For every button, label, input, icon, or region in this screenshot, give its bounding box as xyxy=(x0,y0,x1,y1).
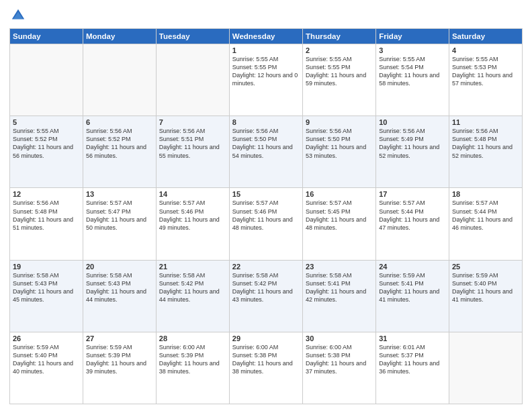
calendar-cell: 20Sunrise: 5:58 AMSunset: 5:43 PMDayligh… xyxy=(83,260,156,332)
day-info: Sunrise: 5:58 AMSunset: 5:43 PMDaylight:… xyxy=(86,271,153,304)
weekday-header-tuesday: Tuesday xyxy=(156,29,229,44)
day-number: 22 xyxy=(232,263,300,271)
day-number: 4 xyxy=(452,46,519,54)
calendar-cell: 14Sunrise: 5:57 AMSunset: 5:46 PMDayligh… xyxy=(156,188,229,260)
calendar-cell: 23Sunrise: 5:58 AMSunset: 5:41 PMDayligh… xyxy=(303,260,376,332)
day-info: Sunrise: 5:55 AMSunset: 5:55 PMDaylight:… xyxy=(232,55,300,88)
calendar-cell: 26Sunrise: 5:59 AMSunset: 5:40 PMDayligh… xyxy=(10,332,83,404)
day-number: 1 xyxy=(232,46,300,54)
weekday-header-wednesday: Wednesday xyxy=(229,29,302,44)
calendar-cell: 22Sunrise: 5:58 AMSunset: 5:42 PMDayligh… xyxy=(229,260,302,332)
day-info: Sunrise: 5:58 AMSunset: 5:41 PMDaylight:… xyxy=(306,271,373,304)
calendar-cell: 15Sunrise: 5:57 AMSunset: 5:46 PMDayligh… xyxy=(229,188,302,260)
calendar-cell: 24Sunrise: 5:59 AMSunset: 5:41 PMDayligh… xyxy=(376,260,449,332)
calendar-cell: 28Sunrise: 6:00 AMSunset: 5:39 PMDayligh… xyxy=(156,332,229,404)
calendar-cell: 19Sunrise: 5:58 AMSunset: 5:43 PMDayligh… xyxy=(10,260,83,332)
day-info: Sunrise: 5:55 AMSunset: 5:52 PMDaylight:… xyxy=(13,127,80,160)
day-info: Sunrise: 6:01 AMSunset: 5:37 PMDaylight:… xyxy=(379,343,446,376)
day-number: 3 xyxy=(379,46,446,54)
calendar-cell: 1Sunrise: 5:55 AMSunset: 5:55 PMDaylight… xyxy=(229,44,302,116)
day-info: Sunrise: 5:55 AMSunset: 5:55 PMDaylight:… xyxy=(306,55,373,88)
day-info: Sunrise: 5:55 AMSunset: 5:54 PMDaylight:… xyxy=(379,55,446,88)
calendar-cell: 29Sunrise: 6:00 AMSunset: 5:38 PMDayligh… xyxy=(229,332,302,404)
calendar-cell: 8Sunrise: 5:56 AMSunset: 5:50 PMDaylight… xyxy=(229,116,302,188)
calendar-cell: 18Sunrise: 5:57 AMSunset: 5:44 PMDayligh… xyxy=(449,188,522,260)
calendar-cell xyxy=(449,332,522,404)
day-info: Sunrise: 5:56 AMSunset: 5:49 PMDaylight:… xyxy=(379,127,446,160)
day-info: Sunrise: 5:56 AMSunset: 5:50 PMDaylight:… xyxy=(232,127,300,160)
day-number: 16 xyxy=(306,190,373,198)
day-number: 6 xyxy=(86,118,153,126)
calendar-table: SundayMondayTuesdayWednesdayThursdayFrid… xyxy=(9,28,523,404)
calendar-cell: 2Sunrise: 5:55 AMSunset: 5:55 PMDaylight… xyxy=(303,44,376,116)
day-info: Sunrise: 5:59 AMSunset: 5:40 PMDaylight:… xyxy=(13,343,80,376)
day-number: 19 xyxy=(13,263,80,271)
calendar-cell: 13Sunrise: 5:57 AMSunset: 5:47 PMDayligh… xyxy=(83,188,156,260)
day-info: Sunrise: 5:59 AMSunset: 5:41 PMDaylight:… xyxy=(379,271,446,304)
calendar-week-1: 1Sunrise: 5:55 AMSunset: 5:55 PMDaylight… xyxy=(10,44,523,116)
day-number: 31 xyxy=(379,334,446,342)
day-number: 30 xyxy=(306,334,373,342)
day-info: Sunrise: 5:57 AMSunset: 5:47 PMDaylight:… xyxy=(86,199,153,232)
day-number: 20 xyxy=(86,263,153,271)
day-number: 21 xyxy=(159,263,226,271)
weekday-header-saturday: Saturday xyxy=(449,29,522,44)
day-info: Sunrise: 5:57 AMSunset: 5:44 PMDaylight:… xyxy=(379,199,446,232)
day-number: 13 xyxy=(86,190,153,198)
calendar-cell: 7Sunrise: 5:56 AMSunset: 5:51 PMDaylight… xyxy=(156,116,229,188)
calendar-week-3: 12Sunrise: 5:56 AMSunset: 5:48 PMDayligh… xyxy=(10,188,523,260)
day-number: 12 xyxy=(13,190,80,198)
calendar-cell: 17Sunrise: 5:57 AMSunset: 5:44 PMDayligh… xyxy=(376,188,449,260)
calendar-cell xyxy=(156,44,229,116)
calendar-cell: 12Sunrise: 5:56 AMSunset: 5:48 PMDayligh… xyxy=(10,188,83,260)
day-number: 5 xyxy=(13,118,80,126)
calendar-cell: 16Sunrise: 5:57 AMSunset: 5:45 PMDayligh… xyxy=(303,188,376,260)
day-info: Sunrise: 5:57 AMSunset: 5:45 PMDaylight:… xyxy=(306,199,373,232)
day-info: Sunrise: 6:00 AMSunset: 5:38 PMDaylight:… xyxy=(306,343,373,376)
day-number: 28 xyxy=(159,334,226,342)
calendar-cell xyxy=(83,44,156,116)
calendar-week-4: 19Sunrise: 5:58 AMSunset: 5:43 PMDayligh… xyxy=(10,260,523,332)
day-info: Sunrise: 5:57 AMSunset: 5:44 PMDaylight:… xyxy=(452,199,519,232)
weekday-header-monday: Monday xyxy=(83,29,156,44)
calendar-cell: 11Sunrise: 5:56 AMSunset: 5:48 PMDayligh… xyxy=(449,116,522,188)
day-info: Sunrise: 5:57 AMSunset: 5:46 PMDaylight:… xyxy=(159,199,226,232)
calendar-cell: 30Sunrise: 6:00 AMSunset: 5:38 PMDayligh… xyxy=(303,332,376,404)
day-number: 23 xyxy=(306,263,373,271)
day-number: 17 xyxy=(379,190,446,198)
day-info: Sunrise: 5:56 AMSunset: 5:48 PMDaylight:… xyxy=(13,199,80,232)
calendar-cell: 10Sunrise: 5:56 AMSunset: 5:49 PMDayligh… xyxy=(376,116,449,188)
day-number: 14 xyxy=(159,190,226,198)
day-info: Sunrise: 5:58 AMSunset: 5:43 PMDaylight:… xyxy=(13,271,80,304)
logo xyxy=(9,9,26,23)
day-number: 25 xyxy=(452,263,519,271)
weekday-header-sunday: Sunday xyxy=(10,29,83,44)
header xyxy=(9,7,523,23)
day-info: Sunrise: 5:58 AMSunset: 5:42 PMDaylight:… xyxy=(159,271,226,304)
day-number: 26 xyxy=(13,334,80,342)
page: SundayMondayTuesdayWednesdayThursdayFrid… xyxy=(0,0,532,411)
calendar-cell: 9Sunrise: 5:56 AMSunset: 5:50 PMDaylight… xyxy=(303,116,376,188)
day-info: Sunrise: 6:00 AMSunset: 5:38 PMDaylight:… xyxy=(232,343,300,376)
day-info: Sunrise: 5:56 AMSunset: 5:48 PMDaylight:… xyxy=(452,127,519,160)
calendar-cell: 5Sunrise: 5:55 AMSunset: 5:52 PMDaylight… xyxy=(10,116,83,188)
day-number: 8 xyxy=(232,118,300,126)
day-info: Sunrise: 5:58 AMSunset: 5:42 PMDaylight:… xyxy=(232,271,300,304)
weekday-header-row: SundayMondayTuesdayWednesdayThursdayFrid… xyxy=(10,29,523,44)
calendar-cell: 27Sunrise: 5:59 AMSunset: 5:39 PMDayligh… xyxy=(83,332,156,404)
weekday-header-thursday: Thursday xyxy=(303,29,376,44)
calendar-cell: 4Sunrise: 5:55 AMSunset: 5:53 PMDaylight… xyxy=(449,44,522,116)
logo-icon xyxy=(11,8,26,23)
day-number: 2 xyxy=(306,46,373,54)
day-number: 10 xyxy=(379,118,446,126)
day-number: 29 xyxy=(232,334,300,342)
day-number: 11 xyxy=(452,118,519,126)
day-info: Sunrise: 5:59 AMSunset: 5:40 PMDaylight:… xyxy=(452,271,519,304)
day-info: Sunrise: 5:56 AMSunset: 5:52 PMDaylight:… xyxy=(86,127,153,160)
calendar-week-5: 26Sunrise: 5:59 AMSunset: 5:40 PMDayligh… xyxy=(10,332,523,404)
day-info: Sunrise: 5:56 AMSunset: 5:50 PMDaylight:… xyxy=(306,127,373,160)
day-info: Sunrise: 5:56 AMSunset: 5:51 PMDaylight:… xyxy=(159,127,226,160)
day-info: Sunrise: 6:00 AMSunset: 5:39 PMDaylight:… xyxy=(159,343,226,376)
calendar-cell: 3Sunrise: 5:55 AMSunset: 5:54 PMDaylight… xyxy=(376,44,449,116)
day-number: 24 xyxy=(379,263,446,271)
